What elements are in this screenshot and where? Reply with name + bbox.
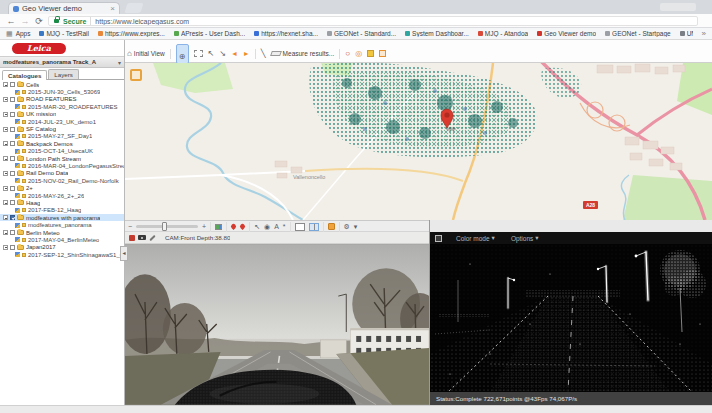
- settings-caret-icon[interactable]: ▾: [354, 222, 358, 231]
- extent-tool-button[interactable]: [367, 50, 374, 57]
- tree-checkbox[interactable]: [10, 97, 15, 102]
- tree-folder-row[interactable]: Haag: [0, 199, 124, 206]
- tab-close-icon[interactable]: ×: [110, 5, 115, 13]
- tree-item-row[interactable]: 2015-OCT-14_UsecaUK: [0, 148, 124, 155]
- zoom-in-cursor-button[interactable]: ↖: [208, 49, 215, 59]
- tree-folder-row[interactable]: London Path Stream: [0, 155, 124, 162]
- zoom-slider[interactable]: [136, 225, 198, 228]
- buffer-tool-button[interactable]: ◎: [355, 49, 362, 58]
- tree-checkbox[interactable]: [10, 141, 15, 146]
- pointer-tool-button[interactable]: ↖: [254, 222, 260, 231]
- tree-expander-icon[interactable]: [3, 156, 8, 161]
- new-tab-button[interactable]: [124, 3, 143, 13]
- snap-tool-button[interactable]: *: [283, 222, 286, 231]
- tree-checkbox[interactable]: [10, 112, 15, 117]
- bookmark-item[interactable]: UNIVERSITY COURS...: [680, 30, 693, 37]
- sidebar-collapse-handle[interactable]: ◂: [120, 246, 128, 261]
- tree-item-row[interactable]: 2015-MAY-27_SF_Day1: [0, 133, 124, 140]
- tree-folder-row[interactable]: SF Catalog: [0, 125, 124, 132]
- panorama-button[interactable]: [328, 223, 335, 230]
- tree-checkbox[interactable]: [10, 82, 15, 87]
- tree-expander-icon[interactable]: [3, 97, 8, 102]
- area-tool-button[interactable]: [379, 50, 386, 57]
- tree-item-row[interactable]: 2016-MAY-26_2+_26: [0, 192, 124, 199]
- tree-folder-row[interactable]: Cells: [0, 81, 124, 88]
- sidebar-tab[interactable]: Layers: [48, 69, 79, 79]
- url-text[interactable]: https://www.leicapegasus.com: [95, 18, 189, 25]
- tree-expander-icon[interactable]: [3, 141, 8, 146]
- map-pane[interactable]: Vallenoncello A28: [125, 63, 712, 220]
- tree-checkbox[interactable]: [10, 245, 15, 250]
- bookmark-item[interactable]: MJQ - Atandoa: [478, 30, 528, 37]
- tree-expander-icon[interactable]: [3, 245, 8, 250]
- camera-image-pane[interactable]: [125, 244, 429, 405]
- tree-item-row[interactable]: 2017-MAY-04_BerlinMeteo: [0, 236, 124, 243]
- bookmark-item[interactable]: https://www.expres...: [98, 30, 165, 37]
- bookmark-item[interactable]: System Dashboar...: [405, 30, 469, 37]
- zoom-out-cursor-button[interactable]: ↘: [219, 49, 226, 59]
- pointcloud-view-pane[interactable]: [430, 244, 712, 392]
- settings-gear-icon[interactable]: ⚙: [344, 222, 350, 231]
- tree-checkbox[interactable]: [10, 127, 15, 132]
- map-layers-button[interactable]: [130, 69, 142, 81]
- tree-checkbox[interactable]: [10, 230, 15, 235]
- browser-tab[interactable]: Geo Viewer demo ×: [8, 2, 120, 14]
- bookmark-item[interactable]: GEONet - Standard...: [327, 30, 396, 37]
- image-mode-button[interactable]: [215, 224, 222, 230]
- sidebar-tab[interactable]: Catalogues: [2, 70, 47, 80]
- circle-tool-button[interactable]: ○: [345, 49, 350, 58]
- back-icon[interactable]: ←: [6, 16, 16, 26]
- zoom-out-button[interactable]: −: [128, 222, 132, 231]
- next-track-button[interactable]: ►: [243, 49, 250, 59]
- tree-expander-icon[interactable]: [3, 171, 8, 176]
- tree-folder-row[interactable]: modfeatures with panorama: [0, 214, 124, 221]
- tree-expander-icon[interactable]: [3, 186, 8, 191]
- pan-tool-button[interactable]: ⊕: [176, 44, 189, 64]
- tree-checkbox[interactable]: [10, 156, 15, 161]
- tree-folder-row[interactable]: Japan2017: [0, 244, 124, 251]
- address-bar[interactable]: Secure https://www.leicapegasus.com: [48, 16, 698, 26]
- pointcloud-menu[interactable]: Options ▾: [511, 234, 539, 242]
- tree-expander-icon[interactable]: [3, 215, 8, 220]
- tree-item-row[interactable]: modfeatures_panorama: [0, 221, 124, 228]
- tree-folder-row[interactable]: Rail Demo Data: [0, 170, 124, 177]
- tree-expander-icon[interactable]: [3, 127, 8, 132]
- browser-profile-chip[interactable]: [660, 3, 696, 11]
- tree-item-row[interactable]: 2015-NOV-02_Rail_Demo-Norfolk: [0, 177, 124, 184]
- tree-checkbox[interactable]: [10, 200, 15, 205]
- pointcloud-tool-icon[interactable]: [435, 235, 442, 242]
- tree-folder-row[interactable]: Berlin Meteo: [0, 229, 124, 236]
- bookmark-item[interactable]: GEONet - Startpage: [605, 30, 671, 37]
- tree-folder-row[interactable]: 2+: [0, 184, 124, 191]
- annotation-tool-button[interactable]: A: [274, 222, 279, 231]
- tree-checkbox[interactable]: [10, 215, 15, 220]
- forward-icon[interactable]: →: [20, 16, 30, 26]
- draw-line-button[interactable]: ╲: [261, 49, 266, 59]
- tree-expander-icon[interactable]: [3, 112, 8, 117]
- apps-shortcut[interactable]: ▦ Apps: [6, 30, 30, 38]
- tree-expander-icon[interactable]: [3, 82, 8, 87]
- tree-checkbox[interactable]: [10, 186, 15, 191]
- zoom-slider-thumb[interactable]: [162, 222, 167, 231]
- pointcloud-menu[interactable]: Color mode ▾: [456, 234, 495, 242]
- previous-track-button[interactable]: ◄: [231, 49, 238, 59]
- dataset-header[interactable]: modfeatures_panorama Track_A ▾: [0, 56, 124, 68]
- initial-view-button[interactable]: ⌂ Initial View: [127, 49, 165, 59]
- camera-icon[interactable]: [138, 235, 146, 240]
- tree-expander-icon[interactable]: [3, 200, 8, 205]
- tree-item-row[interactable]: 2016-MAR-04_LondonPegasusStream: [0, 162, 124, 169]
- tree-expander-icon[interactable]: [3, 230, 8, 235]
- tree-folder-row[interactable]: ROAD FEATURES: [0, 96, 124, 103]
- measure-results-button[interactable]: Measure results...: [271, 50, 335, 57]
- waypoint-next-button[interactable]: [239, 223, 246, 230]
- bookmark-item[interactable]: Geo Viewer demo: [537, 30, 596, 37]
- tree-item-row[interactable]: 2014-JUL-23_UK_demo1: [0, 118, 124, 125]
- tree-item-row[interactable]: 2015-MAR-20_ROADFEATURES: [0, 103, 124, 110]
- bookmark-item[interactable]: MJQ - TestRail: [39, 30, 89, 37]
- reload-icon[interactable]: ⟳: [34, 16, 44, 26]
- tree-folder-row[interactable]: UK mission: [0, 111, 124, 118]
- zoom-in-button[interactable]: +: [202, 222, 206, 231]
- view-target-button[interactable]: ◉: [264, 222, 270, 231]
- tree-folder-row[interactable]: Backpack Demos: [0, 140, 124, 147]
- bookmark-item[interactable]: APresis - User Dash...: [174, 30, 245, 37]
